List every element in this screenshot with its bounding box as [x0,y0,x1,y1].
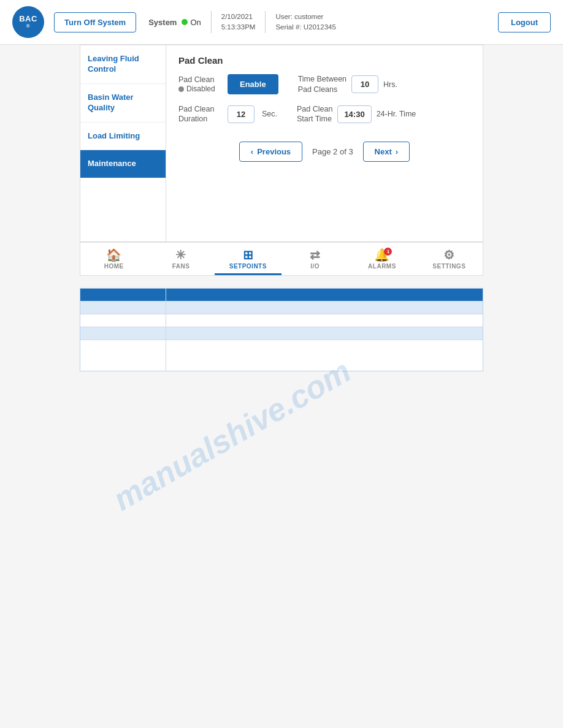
table-cell-left [80,314,166,327]
io-icon: ⇄ [310,249,320,261]
table-row [80,327,483,340]
user-details: User: customer Serial #: U2012345 [275,12,335,33]
table-cell-left [80,327,166,339]
table-cell-right [166,327,483,339]
previous-button[interactable]: ‹ Previous [239,142,302,162]
pad-clean-label: Pad Clean Disabled [178,75,220,94]
time-between-label: Time Between Pad Cleans [298,74,347,94]
turn-off-button[interactable]: Turn Off System [54,12,136,32]
duration-label: Pad Clean Duration [178,104,220,124]
disabled-dot [178,86,184,92]
table-section [80,288,483,371]
table-cell-right [166,340,483,371]
content-title: Pad Clean [178,55,470,66]
settings-icon: ⚙ [443,249,454,261]
pad-clean-start-time: Pad Clean Start Time 14:30 24-Hr. Time [297,104,416,124]
header-divider2 [265,11,266,33]
table-row [80,289,483,301]
setpoints-icon: ⊞ [243,249,253,261]
table-header-col2 [166,289,483,301]
start-time-unit: 24-Hr. Time [377,110,416,118]
layout: Leaving Fluid Control Basin Water Qualit… [80,45,483,241]
alarm-badge-count: 1 [384,248,392,256]
nav-settings[interactable]: ⚙ SETTINGS [416,243,483,275]
fans-icon: ✳ [175,249,186,261]
time-between-unit: Hrs. [383,80,397,89]
table-row [80,314,483,327]
table-row [80,301,483,314]
system-label: System [148,18,177,27]
system-details: 2/10/2021 5:13:33PM [221,12,256,33]
sidebar-item-basin-water-quality[interactable]: Basin Water Quality [80,84,166,123]
table-cell-left [80,340,166,371]
nav-home[interactable]: 🏠 HOME [80,243,147,275]
main-container: Leaving Fluid Control Basin Water Qualit… [80,45,483,276]
nav-io[interactable]: ⇄ I/O [282,243,348,275]
content-area: Pad Clean Pad Clean Disabled Enable Time… [166,45,483,241]
sidebar-item-leaving-fluid-control[interactable]: Leaving Fluid Control [80,45,166,84]
sidebar: Leaving Fluid Control Basin Water Qualit… [80,45,166,241]
page-info: Page 2 of 3 [312,147,353,156]
logout-button[interactable]: Logout [498,12,551,32]
nav-alarms[interactable]: 🔔 1 ALARMS [348,243,415,275]
next-button[interactable]: Next › [363,142,410,162]
header-divider [211,11,212,33]
time-between-pad-cleans: Time Between Pad Cleans 10 Hrs. [298,74,397,94]
enable-button[interactable]: Enable [228,74,278,94]
table-cell-right [166,301,483,314]
start-time-value[interactable]: 14:30 [337,105,371,123]
table-row [80,340,483,371]
sidebar-item-load-limiting[interactable]: Load Limiting [80,123,166,151]
chevron-right-icon: › [396,147,398,156]
status-dot-on [182,19,188,25]
table-header-col1 [80,289,166,301]
time-between-value[interactable]: 10 [351,75,378,93]
system-info: System On [148,18,201,27]
app-header: BAC ® Turn Off System System On 2/10/202… [0,0,563,45]
pad-clean-duration-row: Pad Clean Duration 12 Sec. Pad Clean Sta… [178,104,470,124]
pad-clean-disabled-status: Disabled [178,85,220,94]
sidebar-item-maintenance[interactable]: Maintenance [80,150,166,178]
chevron-left-icon: ‹ [251,147,253,156]
alarms-icon: 🔔 1 [374,249,389,261]
watermark: manualshive.com [107,352,357,518]
system-status: On [182,18,201,27]
table-cell-left [80,301,166,314]
system-on-label: On [190,18,201,27]
bac-logo: BAC ® [12,6,44,38]
start-time-label: Pad Clean Start Time [297,104,332,124]
nav-setpoints[interactable]: ⊞ SETPOINTS [215,243,282,275]
pad-clean-status-row: Pad Clean Disabled Enable Time Between P… [178,74,470,94]
duration-unit: Sec. [262,110,277,118]
bottom-nav: 🏠 HOME ✳ FANS ⊞ SETPOINTS ⇄ I/O 🔔 1 ALAR [80,241,483,275]
duration-value[interactable]: 12 [228,105,255,123]
home-icon: 🏠 [106,249,121,261]
table-cell-right [166,314,483,327]
pagination: ‹ Previous Page 2 of 3 Next › [178,142,470,172]
nav-fans[interactable]: ✳ FANS [147,243,214,275]
